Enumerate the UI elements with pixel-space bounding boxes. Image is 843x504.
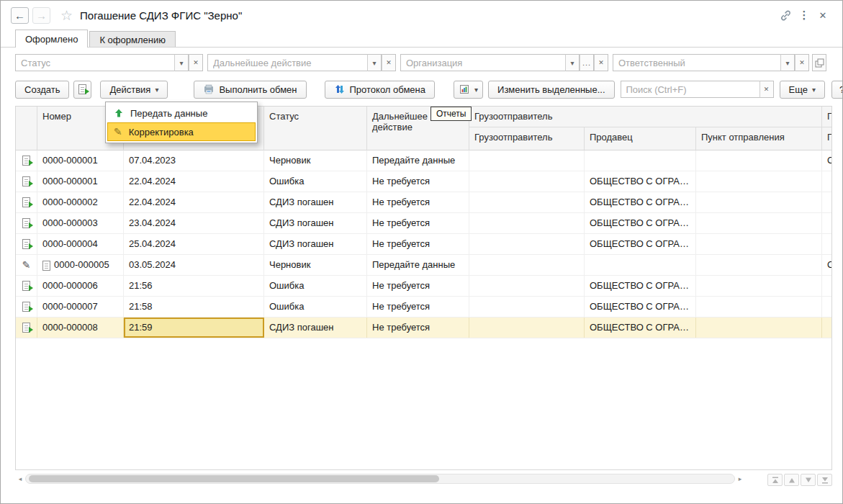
- organization-filter-input[interactable]: [400, 54, 565, 71]
- cell-next-action[interactable]: Не требуется: [367, 276, 469, 296]
- cell-departure[interactable]: [696, 213, 822, 233]
- go-to-bottom-button[interactable]: [817, 474, 832, 486]
- cell-status[interactable]: СДИЗ погашен: [264, 192, 367, 212]
- cell-consignee[interactable]: ОБ: [822, 150, 832, 171]
- cell-seller[interactable]: ОБЩЕСТВО С ОГРА…: [585, 171, 696, 192]
- status-clear-button[interactable]: ✕: [189, 54, 203, 71]
- cell-status[interactable]: СДИЗ погашен: [264, 213, 367, 233]
- cell-date[interactable]: 07.04.2023: [124, 150, 264, 171]
- cell-next-action[interactable]: Не требуется: [367, 171, 469, 192]
- cell-number[interactable]: 0000-000002: [37, 192, 124, 212]
- cell-date[interactable]: 03.05.2024: [124, 255, 264, 275]
- next-action-clear-button[interactable]: ✕: [382, 54, 396, 71]
- cell-number[interactable]: 0000-000004: [37, 234, 124, 254]
- help-button[interactable]: ?: [831, 81, 843, 99]
- get-link-button[interactable]: [776, 6, 795, 24]
- organization-dropdown-button[interactable]: ▾: [565, 54, 580, 71]
- group-header-consignee[interactable]: Гр: [822, 107, 832, 127]
- cell-consignee[interactable]: [822, 234, 832, 254]
- column-header-status[interactable]: Статус: [264, 107, 367, 150]
- scrollbar-thumb[interactable]: [29, 475, 439, 482]
- forward-button[interactable]: →: [32, 7, 50, 24]
- cell-shipper[interactable]: [469, 276, 585, 296]
- column-header-departure[interactable]: Пункт отправления: [696, 127, 822, 150]
- scroll-left-button[interactable]: ◂: [15, 473, 25, 485]
- go-to-top-button[interactable]: [767, 474, 783, 486]
- cell-seller[interactable]: ОБЩЕСТВО С ОГРА…: [585, 297, 696, 317]
- edit-selected-button[interactable]: Изменить выделенные...: [488, 81, 614, 99]
- cell-shipper[interactable]: [469, 234, 585, 254]
- cell-status[interactable]: СДИЗ погашен: [264, 234, 367, 254]
- cell-consignee[interactable]: [822, 171, 832, 192]
- cell-shipper[interactable]: [469, 192, 585, 212]
- cell-seller[interactable]: ОБЩЕСТВО С ОГРА…: [585, 276, 696, 296]
- responsible-dropdown-button[interactable]: ▾: [780, 54, 795, 71]
- column-header-seller[interactable]: Продавец: [585, 127, 696, 150]
- cell-seller[interactable]: [585, 255, 696, 275]
- more-button[interactable]: Еще▾: [780, 81, 825, 99]
- cell-number[interactable]: 0000-000008: [37, 318, 124, 338]
- cell-shipper[interactable]: [469, 150, 585, 171]
- close-button[interactable]: ✕: [813, 6, 832, 24]
- cell-number[interactable]: 0000-000001: [37, 171, 124, 192]
- cell-status[interactable]: Ошибка: [264, 297, 367, 317]
- cell-next-action[interactable]: Передайте данные: [367, 150, 469, 171]
- cell-next-action[interactable]: Не требуется: [367, 213, 469, 233]
- organization-choose-button[interactable]: ...: [580, 54, 594, 71]
- cell-next-action[interactable]: Не требуется: [367, 297, 469, 317]
- menu-item-correction[interactable]: ✎ Корректировка: [107, 122, 256, 141]
- create-copy-button[interactable]: [73, 81, 91, 99]
- next-action-filter-input[interactable]: [207, 54, 367, 71]
- cell-shipper[interactable]: [469, 213, 585, 233]
- responsible-filter-input[interactable]: [613, 54, 780, 71]
- cell-number[interactable]: 0000-000001: [37, 150, 124, 171]
- cell-date[interactable]: 25.04.2024: [124, 234, 264, 254]
- cell-next-action[interactable]: Не требуется: [367, 318, 469, 338]
- exchange-protocol-button[interactable]: Протокол обмена: [325, 81, 436, 99]
- responsible-clear-button[interactable]: ✕: [795, 54, 809, 71]
- organization-clear-button[interactable]: ✕: [594, 54, 608, 71]
- table-row-selected[interactable]: 0000-000008 21:59 СДИЗ погашен Не требуе…: [16, 318, 831, 338]
- cell-departure[interactable]: [696, 276, 822, 296]
- create-button[interactable]: Создать: [15, 81, 69, 99]
- cell-status[interactable]: Ошибка: [264, 171, 367, 192]
- table-row[interactable]: 0000-000002 22.04.2024 СДИЗ погашен Не т…: [16, 192, 831, 213]
- column-header-shipper[interactable]: Грузоотправитель: [469, 127, 585, 150]
- cell-status[interactable]: Черновик: [264, 255, 367, 275]
- cell-date[interactable]: 23.04.2024: [124, 213, 264, 233]
- cell-seller[interactable]: ОБЩЕСТВО С ОГРА…: [585, 213, 696, 233]
- column-header-consignee[interactable]: Гр: [822, 127, 832, 150]
- window-menu-button[interactable]: ⋮: [795, 6, 813, 24]
- cell-departure[interactable]: [696, 234, 822, 254]
- cell-shipper[interactable]: [469, 255, 585, 275]
- cell-date[interactable]: 21:58: [124, 297, 264, 317]
- cell-date[interactable]: 21:56: [124, 276, 264, 296]
- cell-date[interactable]: 22.04.2024: [124, 171, 264, 192]
- table-row[interactable]: ✎ 0000-000005 03.05.2024 Черновик Переда…: [16, 255, 831, 276]
- menu-item-transfer-data[interactable]: Передать данные: [107, 104, 256, 122]
- scroll-right-button[interactable]: ▸: [735, 473, 745, 485]
- cell-status[interactable]: Ошибка: [264, 276, 367, 296]
- run-exchange-button[interactable]: Выполнить обмен: [194, 81, 306, 99]
- open-in-new-window-button[interactable]: [812, 54, 826, 71]
- tab-k-oformleniyu[interactable]: К оформлению: [89, 31, 176, 48]
- cell-consignee[interactable]: [822, 297, 832, 317]
- status-filter-input[interactable]: [15, 54, 174, 71]
- cell-date[interactable]: 22.04.2024: [124, 192, 264, 212]
- page-down-button[interactable]: [801, 474, 816, 486]
- cell-number[interactable]: 0000-000003: [37, 213, 124, 233]
- cell-next-action[interactable]: Передайте данные: [367, 255, 469, 275]
- cell-seller[interactable]: ОБЩЕСТВО С ОГРА…: [585, 318, 696, 338]
- cell-shipper[interactable]: [469, 318, 585, 338]
- cell-consignee[interactable]: [822, 318, 832, 338]
- cell-consignee[interactable]: [822, 192, 832, 212]
- cell-status[interactable]: СДИЗ погашен: [264, 318, 367, 338]
- cell-number[interactable]: 0000-000007: [37, 297, 124, 317]
- scrollbar-track[interactable]: [25, 474, 735, 484]
- cell-next-action[interactable]: Не требуется: [367, 234, 469, 254]
- cell-shipper[interactable]: [469, 171, 585, 192]
- cell-seller[interactable]: ОБЩЕСТВО С ОГРА…: [585, 192, 696, 212]
- reports-button[interactable]: ▾: [454, 81, 483, 99]
- cell-departure[interactable]: [696, 255, 822, 275]
- cell-shipper[interactable]: [469, 297, 585, 317]
